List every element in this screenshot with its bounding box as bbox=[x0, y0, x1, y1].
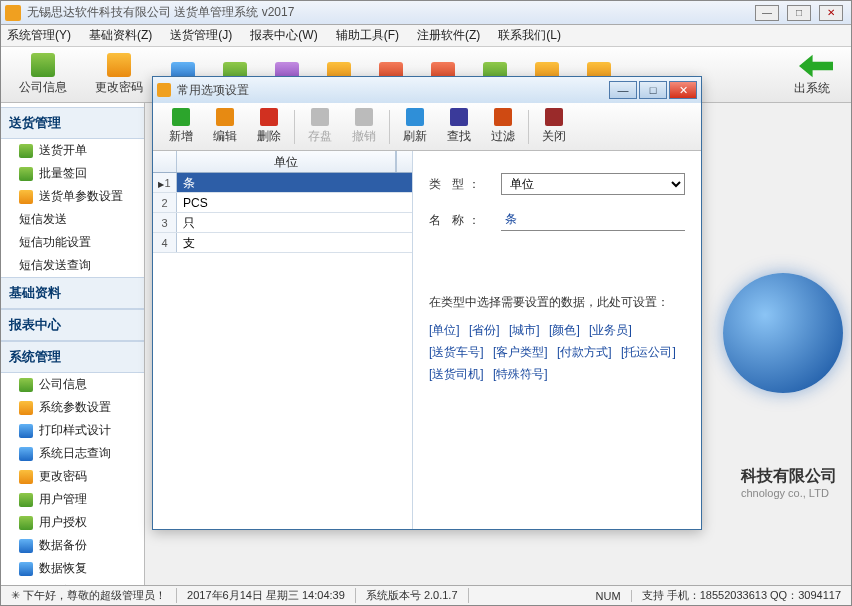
window-title: 无锡思达软件科技有限公司 送货单管理系统 v2017 bbox=[27, 4, 755, 21]
sb-section-basedata[interactable]: 基础资料 bbox=[1, 277, 144, 309]
status-num: NUM bbox=[586, 590, 632, 602]
dialog-close-button[interactable]: ✕ bbox=[669, 81, 697, 99]
menu-delivery[interactable]: 送货管理(J) bbox=[170, 27, 232, 44]
dlg-tool-edit[interactable]: 编辑 bbox=[203, 108, 247, 145]
dialog-maximize-button[interactable]: □ bbox=[639, 81, 667, 99]
dialog-title: 常用选项设置 bbox=[177, 82, 609, 99]
table-row[interactable]: 3只 bbox=[153, 213, 412, 233]
tool-company-info[interactable]: 公司信息 bbox=[5, 51, 81, 98]
dialog-minimize-button[interactable]: — bbox=[609, 81, 637, 99]
hint-block: 在类型中选择需要设置的数据，此处可设置： [单位] [省份] [城市] [颜色]… bbox=[429, 291, 685, 385]
menu-report[interactable]: 报表中心(W) bbox=[250, 27, 317, 44]
hint-link[interactable]: [省份] bbox=[469, 323, 500, 337]
name-label: 名 称： bbox=[429, 212, 501, 229]
minimize-button[interactable]: — bbox=[755, 5, 779, 21]
close-button[interactable]: ✕ bbox=[819, 5, 843, 21]
menu-system[interactable]: 系统管理(Y) bbox=[7, 27, 71, 44]
close-icon bbox=[545, 108, 563, 126]
app-logo-icon bbox=[5, 5, 21, 21]
tool-exit[interactable]: 出系统 bbox=[777, 50, 847, 99]
hint-link[interactable]: [送货司机] bbox=[429, 367, 484, 381]
maximize-button[interactable]: □ bbox=[787, 5, 811, 21]
hint-link[interactable]: [城市] bbox=[509, 323, 540, 337]
sidebar-item[interactable]: 批量签回 bbox=[1, 162, 144, 185]
dlg-tool-find[interactable]: 查找 bbox=[437, 108, 481, 145]
sidebar-item[interactable]: 公司信息 bbox=[1, 373, 144, 396]
dlg-tool-refresh[interactable]: 刷新 bbox=[393, 108, 437, 145]
gear-icon bbox=[19, 190, 33, 204]
hint-link[interactable]: [客户类型] bbox=[493, 345, 548, 359]
dlg-tool-filter[interactable]: 过滤 bbox=[481, 108, 525, 145]
sidebar-item[interactable]: 系统日志查询 bbox=[1, 442, 144, 465]
menu-basedata[interactable]: 基础资料(Z) bbox=[89, 27, 152, 44]
hint-title: 在类型中选择需要设置的数据，此处可设置： bbox=[429, 291, 685, 313]
options-dialog: 常用选项设置 — □ ✕ 新增 编辑 删除 存盘 撤销 刷新 查找 过滤 关闭 … bbox=[152, 76, 702, 530]
flag-icon bbox=[19, 167, 33, 181]
backup-icon bbox=[19, 539, 33, 553]
hint-link[interactable]: [单位] bbox=[429, 323, 460, 337]
menu-contact[interactable]: 联系我们(L) bbox=[498, 27, 561, 44]
dlg-tool-add[interactable]: 新增 bbox=[159, 108, 203, 145]
sidebar-item[interactable]: 用户授权 bbox=[1, 511, 144, 534]
hint-link[interactable]: [颜色] bbox=[549, 323, 580, 337]
exit-arrow-icon bbox=[799, 52, 833, 80]
status-datetime: 2017年6月14日 星期三 14:04:39 bbox=[177, 588, 356, 603]
sidebar-item[interactable]: 更改密码 bbox=[1, 465, 144, 488]
sidebar-item[interactable]: 短信发送查询 bbox=[1, 254, 144, 277]
dlg-tool-undo: 撤销 bbox=[342, 108, 386, 145]
dlg-tool-save: 存盘 bbox=[298, 108, 342, 145]
table-row[interactable]: 2PCS bbox=[153, 193, 412, 213]
main-title-bar: 无锡思达软件科技有限公司 送货单管理系统 v2017 — □ ✕ bbox=[1, 1, 851, 25]
add-icon bbox=[172, 108, 190, 126]
dlg-tool-delete[interactable]: 删除 bbox=[247, 108, 291, 145]
edit-icon bbox=[216, 108, 234, 126]
sb-section-report[interactable]: 报表中心 bbox=[1, 309, 144, 341]
menu-bar: 系统管理(Y) 基础资料(Z) 送货管理(J) 报表中心(W) 辅助工具(F) … bbox=[1, 25, 851, 47]
restore-icon bbox=[19, 562, 33, 576]
dlg-tool-close[interactable]: 关闭 bbox=[532, 108, 576, 145]
type-select[interactable]: 单位 bbox=[501, 173, 685, 195]
save-icon bbox=[311, 108, 329, 126]
grid-header-unit[interactable]: 单位 bbox=[177, 151, 396, 172]
sidebar-item[interactable]: 送货单参数设置 bbox=[1, 185, 144, 208]
sidebar-item[interactable]: 系统参数设置 bbox=[1, 396, 144, 419]
sidebar: 送货管理 送货开单 批量签回 送货单参数设置 短信发送 短信功能设置 短信发送查… bbox=[1, 103, 145, 585]
home-icon bbox=[19, 378, 33, 392]
printer-icon bbox=[19, 424, 33, 438]
hint-link[interactable]: [特殊符号] bbox=[493, 367, 548, 381]
status-support: 支持 手机：18552033613 QQ：3094117 bbox=[632, 588, 851, 603]
status-bar: ✳ 下午好，尊敬的超级管理员！ 2017年6月14日 星期三 14:04:39 … bbox=[1, 585, 851, 605]
sidebar-item[interactable]: 用户管理 bbox=[1, 488, 144, 511]
dialog-toolbar: 新增 编辑 删除 存盘 撤销 刷新 查找 过滤 关闭 bbox=[153, 103, 701, 151]
log-icon bbox=[19, 447, 33, 461]
sb-section-system[interactable]: 系统管理 bbox=[1, 341, 144, 373]
table-row[interactable]: 4支 bbox=[153, 233, 412, 253]
search-icon bbox=[450, 108, 468, 126]
hint-link[interactable]: [付款方式] bbox=[557, 345, 612, 359]
sidebar-item[interactable]: 打印样式设计 bbox=[1, 419, 144, 442]
users-icon bbox=[19, 493, 33, 507]
status-greeting: 下午好，尊敬的超级管理员！ bbox=[23, 589, 166, 601]
tool-change-password[interactable]: 更改密码 bbox=[81, 51, 157, 98]
globe-decoration bbox=[723, 273, 843, 393]
table-row[interactable]: 1条 bbox=[153, 173, 412, 193]
dialog-grid: 单位 1条 2PCS 3只 4支 bbox=[153, 151, 413, 529]
tool-label: 公司信息 bbox=[19, 79, 67, 96]
company-text: 科技有限公司 chnology co., LTD bbox=[741, 466, 837, 499]
sidebar-item[interactable]: 数据备份 bbox=[1, 534, 144, 557]
sidebar-item[interactable]: 数据恢复 bbox=[1, 557, 144, 580]
tool-label: 出系统 bbox=[794, 80, 830, 97]
sidebar-item[interactable]: 短信发送 bbox=[1, 208, 144, 231]
hint-link[interactable]: [托运公司] bbox=[621, 345, 676, 359]
sidebar-item[interactable]: 送货开单 bbox=[1, 139, 144, 162]
menu-tools[interactable]: 辅助工具(F) bbox=[336, 27, 399, 44]
filter-icon bbox=[494, 108, 512, 126]
hint-link[interactable]: [业务员] bbox=[589, 323, 632, 337]
name-input[interactable] bbox=[501, 209, 685, 231]
hint-link[interactable]: [送货车号] bbox=[429, 345, 484, 359]
menu-register[interactable]: 注册软件(Z) bbox=[417, 27, 480, 44]
sidebar-item[interactable]: 短信功能设置 bbox=[1, 231, 144, 254]
dialog-title-bar[interactable]: 常用选项设置 — □ ✕ bbox=[153, 77, 701, 103]
undo-icon bbox=[355, 108, 373, 126]
sb-section-delivery[interactable]: 送货管理 bbox=[1, 107, 144, 139]
